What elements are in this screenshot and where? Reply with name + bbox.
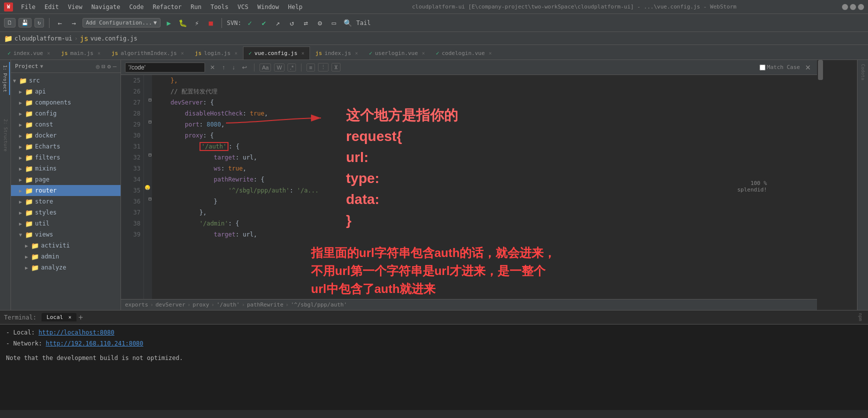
search-icon[interactable]: 🔍 (342, 18, 354, 28)
search-next-button[interactable]: ↓ (230, 63, 237, 72)
svn-check-icon[interactable]: ✓ (244, 18, 256, 28)
tab-index-vue[interactable]: ✓ index.vue × (2, 46, 56, 60)
minimize-tree-icon[interactable]: — (113, 63, 116, 70)
menu-window[interactable]: Window (254, 2, 283, 12)
collapse-icon[interactable]: ⊟ (102, 63, 105, 70)
new-file-button[interactable]: 🗋 (4, 18, 16, 28)
maximize-button[interactable] (850, 4, 856, 10)
run-with-coverage-button[interactable]: ⚡ (192, 18, 202, 28)
fold-arrow-34[interactable]: ⊟ (148, 152, 152, 158)
svn-tick-icon[interactable]: ✔ (258, 18, 270, 28)
tree-item-styles[interactable]: ▶ 📁 styles (11, 207, 120, 218)
menu-edit[interactable]: Edit (40, 2, 63, 12)
run-button[interactable]: ▶ (164, 18, 174, 28)
menu-tools[interactable]: Tools (206, 2, 232, 12)
menu-vcs[interactable]: VCS (234, 2, 252, 12)
settings-icon[interactable]: ⚙ (314, 18, 326, 28)
fold-arrow-31[interactable]: ⊟ (148, 119, 152, 124)
tab-login-js[interactable]: js login.js × (190, 46, 243, 60)
match-case-checkbox[interactable] (760, 64, 766, 70)
minimize-button[interactable] (842, 4, 848, 10)
code-line-29: port: 8080, (152, 119, 817, 130)
editor-area: ✕ ↑ ↓ ↩ Aa W .* ≡ ⋮ ⊻ Match Case ✕ 25 26 (121, 60, 817, 310)
layout-icon[interactable]: ▭ (328, 18, 340, 28)
menu-view[interactable]: View (64, 2, 86, 12)
search-in-selection-button[interactable]: ≡ (306, 64, 314, 72)
menu-help[interactable]: Help (284, 2, 306, 12)
svn-arrow1-icon[interactable]: ↗ (272, 18, 284, 28)
tab-close-codelogin[interactable]: × (489, 50, 492, 56)
tab-index-js[interactable]: js index.js × (310, 46, 364, 60)
tab-userlogin-vue[interactable]: ✓ userlogin.vue × (364, 46, 430, 60)
tree-item-config[interactable]: ▶ 📁 config (11, 108, 120, 119)
terminal-tab-local[interactable]: Local × (42, 313, 76, 322)
sidebar-tab-project[interactable]: 1: Project (1, 62, 10, 95)
code-lines[interactable]: }, // 配置转发代理 devServer: { disableHostChe… (152, 75, 817, 299)
tab-algorithm-js[interactable]: js algorithmIndex.js × (106, 46, 190, 60)
tree-item-mixins[interactable]: ▶ 📁 mixins (11, 163, 120, 174)
menu-code[interactable]: Code (126, 2, 148, 12)
menu-refactor[interactable]: Refactor (148, 2, 186, 12)
tree-item-components[interactable]: ▶ 📁 components (11, 97, 120, 108)
search-input[interactable] (125, 62, 205, 72)
tab-vue-config-js[interactable]: ✓ vue.config.js × (243, 46, 310, 60)
locate-icon[interactable]: ◎ (96, 63, 100, 70)
tab-codelogin-vue[interactable]: ✓ codelogin.vue × (430, 46, 498, 60)
tab-main-js[interactable]: js main.js × (56, 46, 106, 60)
tree-item-util[interactable]: ▶ 📁 util (11, 218, 120, 229)
stop-button[interactable]: ■ (206, 18, 216, 28)
search-regex-button[interactable]: .* (288, 64, 296, 72)
tab-close-userlogin[interactable]: × (422, 50, 425, 56)
forward-button[interactable]: → (68, 18, 80, 28)
save-button[interactable]: 💾 (18, 18, 32, 28)
search-wrap-button[interactable]: ↩ (240, 63, 249, 72)
svn-merge-icon[interactable]: ⇄ (300, 18, 312, 28)
menu-navigate[interactable]: Navigate (88, 2, 124, 12)
tab-close-main-js[interactable]: × (98, 50, 100, 56)
tree-item-filters[interactable]: ▶ 📁 filters (11, 152, 120, 163)
tree-item-store[interactable]: ▶ 📁 store (11, 196, 120, 207)
tree-item-docker[interactable]: ▶ 📁 docker (11, 130, 120, 141)
tab-close-index-vue[interactable]: × (47, 50, 50, 56)
search-case-button[interactable]: Aa (260, 64, 271, 72)
terminal-network-label: - Network: (6, 340, 46, 347)
tree-item-views[interactable]: ▼ 📁 views (11, 229, 120, 240)
tree-item-src[interactable]: ▼ 📁 src (11, 75, 120, 86)
back-button[interactable]: ← (54, 18, 66, 28)
tree-item-page[interactable]: ▶ 📁 page (11, 174, 120, 185)
menu-file[interactable]: File (17, 2, 40, 12)
tree-item-router[interactable]: ▶ 📁 router (11, 185, 120, 196)
tree-item-activiti[interactable]: ▶ 📁 activiti (11, 240, 120, 251)
settings-tree-icon[interactable]: ⚙ (108, 63, 111, 70)
tree-item-admin[interactable]: ▶ 📁 admin (11, 251, 120, 262)
tab-close-index-js[interactable]: × (355, 50, 358, 56)
add-configuration-button[interactable]: Add Configuration... ▼ (82, 18, 160, 28)
fold-arrow-38[interactable]: ⊟ (148, 196, 152, 202)
search-multiline-button[interactable]: ⋮ (318, 63, 328, 72)
sync-button[interactable]: ↻ (34, 18, 44, 28)
terminal-tab-close[interactable]: × (68, 314, 72, 320)
tree-item-api[interactable]: ▶ 📁 api (11, 86, 120, 97)
right-sidebar-codota[interactable]: Codota (860, 62, 866, 82)
search-filter-button[interactable]: ⊻ (332, 63, 340, 72)
sidebar-tab-structure[interactable]: 2: Structure (2, 116, 10, 154)
tree-item-analyze[interactable]: ▶ 📁 analyze (11, 262, 120, 273)
svn-refresh-icon[interactable]: ↺ (286, 18, 298, 28)
terminal-local-url[interactable]: http://localhost:8080 (38, 329, 114, 336)
tab-close-algorithm-js[interactable]: × (181, 50, 184, 56)
fold-arrow-27[interactable]: ⊟ (148, 97, 152, 102)
clear-search-button[interactable]: ✕ (208, 63, 217, 72)
scrollbar-thumb[interactable] (818, 60, 823, 80)
terminal-network-url[interactable]: http://192.168.110.241:8080 (46, 340, 143, 347)
close-button[interactable] (858, 4, 864, 10)
tab-close-login-js[interactable]: × (234, 50, 238, 56)
debug-button[interactable]: 🐛 (178, 18, 188, 28)
menu-run[interactable]: Run (186, 2, 206, 12)
tree-item-echarts[interactable]: ▶ 📁 Echarts (11, 141, 120, 152)
terminal-add-button[interactable]: + (78, 313, 83, 322)
close-search-button[interactable]: ✕ (803, 62, 813, 72)
search-word-button[interactable]: W (274, 64, 284, 72)
search-prev-button[interactable]: ↑ (220, 63, 227, 72)
tab-close-vue-config[interactable]: × (302, 50, 304, 56)
tree-item-const[interactable]: ▶ 📁 const (11, 119, 120, 130)
